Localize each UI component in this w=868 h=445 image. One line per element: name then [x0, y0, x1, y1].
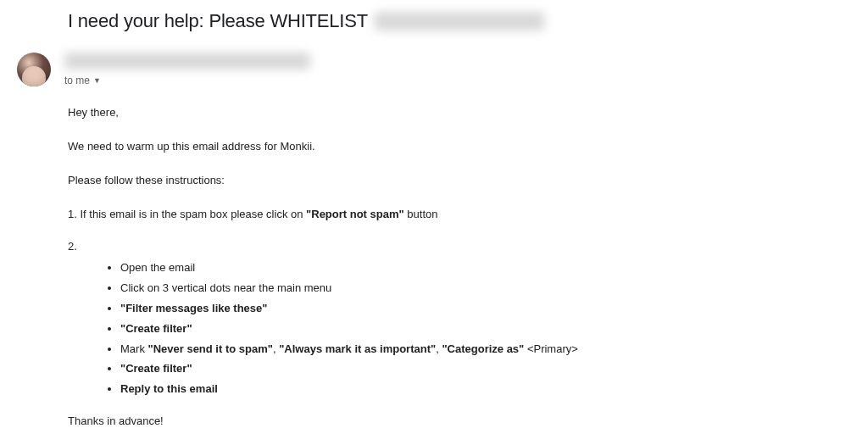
- bullet-mark-a: "Never send it to spam": [148, 342, 273, 355]
- recipient-to: to me: [64, 75, 90, 86]
- step-2-bullets: Open the email Click on 3 vertical dots …: [68, 259, 868, 398]
- bullet-three-dots: Click on 3 vertical dots near the main m…: [120, 280, 868, 298]
- bullet-mark-b: "Always mark it as important": [279, 342, 436, 355]
- bullet-mark-c: "Categorize as": [442, 342, 524, 355]
- step-1: 1. If this email is in the spam box plea…: [68, 205, 868, 224]
- step-1-text: 1. If this email is in the spam box plea…: [68, 208, 306, 220]
- sender-info: to me ▼: [64, 53, 868, 86]
- subject-redacted: [375, 12, 544, 31]
- bullet-mark-prefix: Mark: [120, 342, 148, 355]
- avatar[interactable]: [17, 53, 51, 86]
- thanks: Thanks in advance!: [68, 412, 868, 431]
- subject-text: I need your help: Please WHITELIST: [68, 10, 368, 32]
- email-body: Hey there, We need to warm up this email…: [68, 103, 868, 431]
- instructions-lead: Please follow these instructions:: [68, 171, 868, 190]
- step-2: 2. Open the email Click on 3 vertical do…: [68, 237, 868, 398]
- bullet-filter-like-these: "Filter messages like these": [120, 300, 868, 318]
- bullet-open-email: Open the email: [120, 259, 868, 277]
- bullet-create-filter-2: "Create filter": [120, 360, 868, 378]
- step-1-suffix: button: [404, 208, 438, 220]
- sender-name-redacted: [64, 53, 310, 70]
- intro: We need to warm up this email address fo…: [68, 137, 868, 156]
- recipient-line[interactable]: to me ▼: [64, 75, 868, 86]
- bullet-create-filter-1: "Create filter": [120, 320, 868, 338]
- step-1-bold: "Report not spam": [306, 208, 404, 220]
- email-subject: I need your help: Please WHITELIST: [68, 10, 868, 32]
- bullet-mark-suffix: <Primary>: [524, 342, 578, 355]
- step-2-num: 2.: [68, 240, 77, 253]
- email-view: I need your help: Please WHITELIST to me…: [0, 0, 868, 431]
- sender-row: to me ▼: [17, 53, 868, 86]
- steps-list: 1. If this email is in the spam box plea…: [68, 205, 868, 398]
- chevron-down-icon[interactable]: ▼: [93, 76, 101, 85]
- greeting: Hey there,: [68, 103, 868, 122]
- bullet-reply: Reply to this email: [120, 381, 868, 398]
- bullet-mark: Mark "Never send it to spam", "Always ma…: [120, 341, 868, 359]
